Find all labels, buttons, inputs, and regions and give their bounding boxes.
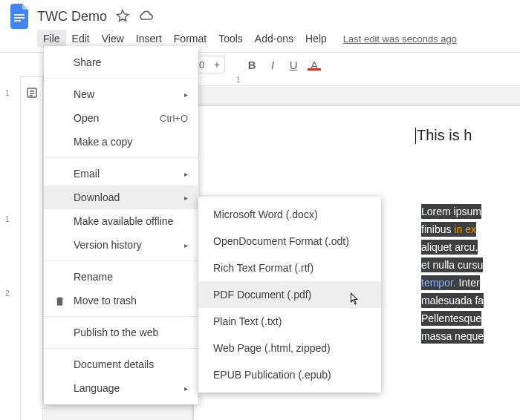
download-epub[interactable]: EPUB Publication (.epub) bbox=[198, 361, 381, 388]
mouse-cursor-icon bbox=[351, 292, 363, 309]
star-icon[interactable] bbox=[116, 9, 129, 24]
download-odt[interactable]: OpenDocument Format (.odt) bbox=[198, 228, 381, 255]
submenu-arrow-icon: ▸ bbox=[184, 384, 188, 393]
docs-app-icon[interactable] bbox=[7, 4, 33, 29]
svg-rect-2 bbox=[14, 20, 21, 22]
heading-text: This is h bbox=[417, 127, 472, 143]
document-title[interactable]: TWC Demo bbox=[33, 9, 107, 24]
menu-item-open[interactable]: OpenCtrl+O bbox=[44, 106, 198, 130]
menu-item-new[interactable]: New▸ bbox=[44, 82, 198, 106]
download-txt[interactable]: Plain Text (.txt) bbox=[198, 308, 381, 335]
menu-item-language[interactable]: Language▸ bbox=[44, 376, 198, 400]
outline-toggle[interactable] bbox=[21, 74, 43, 420]
menu-insert[interactable]: Insert bbox=[130, 30, 168, 47]
menu-tools[interactable]: Tools bbox=[212, 30, 249, 47]
submenu-arrow-icon: ▸ bbox=[184, 91, 188, 99]
file-dropdown-menu: Share New▸ OpenCtrl+O Make a copy Email▸… bbox=[44, 46, 198, 404]
menu-item-offline[interactable]: Make available offline bbox=[44, 209, 198, 233]
menu-help[interactable]: Help bbox=[299, 30, 333, 47]
svg-rect-0 bbox=[14, 14, 25, 16]
vruler-mark: 2 bbox=[5, 289, 10, 298]
font-size-increase[interactable]: + bbox=[209, 56, 224, 73]
titlebar: TWC Demo bbox=[0, 0, 520, 28]
vertical-ruler: 1 1 2 bbox=[0, 74, 21, 420]
underline-button[interactable]: U bbox=[285, 59, 302, 71]
shortcut-label: Ctrl+O bbox=[160, 113, 188, 124]
italic-button[interactable]: I bbox=[264, 59, 282, 71]
menu-view[interactable]: View bbox=[96, 30, 130, 47]
menu-edit[interactable]: Edit bbox=[66, 30, 96, 47]
menu-item-document-details[interactable]: Document details bbox=[44, 352, 198, 376]
hruler-mark: 1 bbox=[236, 76, 241, 84]
menu-item-make-copy[interactable]: Make a copy bbox=[44, 130, 198, 154]
trash-icon bbox=[53, 295, 66, 306]
download-docx[interactable]: Microsoft Word (.docx) bbox=[198, 201, 381, 228]
menu-item-rename[interactable]: Rename bbox=[44, 265, 198, 289]
menu-addons[interactable]: Add-ons bbox=[249, 30, 299, 47]
bold-button[interactable]: B bbox=[243, 59, 261, 71]
body-text-selection: Lorem ipsumfinibus in exaliquet arcu.et … bbox=[421, 203, 484, 345]
menu-format[interactable]: Format bbox=[168, 30, 212, 47]
text-color-button[interactable]: A bbox=[305, 59, 323, 71]
vruler-mark: 1 bbox=[5, 89, 10, 97]
submenu-arrow-icon: ▸ bbox=[184, 241, 188, 249]
menu-item-share[interactable]: Share bbox=[44, 50, 198, 74]
download-html[interactable]: Web Page (.html, zipped) bbox=[198, 335, 381, 361]
menu-file[interactable]: File bbox=[37, 30, 66, 47]
last-edit-link[interactable]: Last edit was seconds ago bbox=[337, 30, 463, 47]
svg-rect-1 bbox=[14, 17, 25, 19]
submenu-arrow-icon: ▸ bbox=[184, 194, 188, 202]
vruler-mark: 1 bbox=[5, 215, 10, 223]
menu-item-move-to-trash[interactable]: Move to trash bbox=[44, 289, 198, 312]
menu-item-publish[interactable]: Publish to the web bbox=[44, 321, 198, 344]
download-rtf[interactable]: Rich Text Format (.rtf) bbox=[198, 255, 381, 281]
menu-item-email[interactable]: Email▸ bbox=[44, 162, 198, 186]
menu-item-version-history[interactable]: Version history▸ bbox=[44, 233, 198, 257]
submenu-arrow-icon: ▸ bbox=[184, 170, 188, 178]
text-cursor bbox=[415, 128, 416, 144]
cloud-saved-icon[interactable] bbox=[138, 8, 153, 25]
menu-item-download[interactable]: Download▸ bbox=[44, 186, 198, 209]
